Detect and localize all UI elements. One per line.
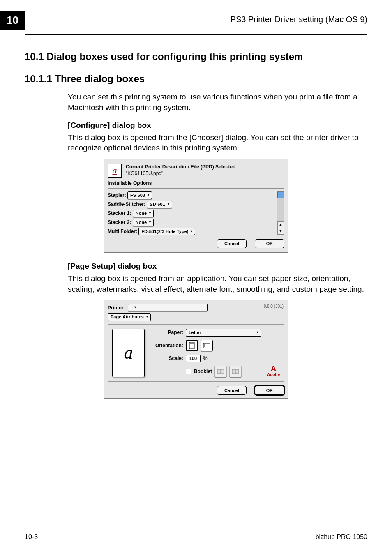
orientation-label: Orientation:: [150, 342, 183, 349]
booklet-layout2-button[interactable]: [229, 366, 242, 377]
header-right: PS3 Printer Driver setting (Mac OS 9): [231, 14, 367, 25]
divider: [108, 188, 284, 189]
chevron-updown-icon: ▾: [149, 211, 151, 216]
stapler-select[interactable]: FS-503 ▾: [127, 191, 152, 199]
saddle-select[interactable]: SD-501 ▾: [147, 201, 172, 208]
stacker2-select[interactable]: None ▾: [133, 219, 154, 226]
section-value: Page Attributes: [111, 314, 144, 320]
ppd-filename: "KO61105U.ppd": [126, 170, 237, 177]
chevron-updown-icon: ▾: [149, 220, 151, 225]
configure-dialog: a Current Printer Description File (PPD)…: [104, 159, 288, 253]
section-10-1-1-heading: 10.1.1 Three dialog boxes: [25, 72, 367, 85]
chevron-updown-icon: ▾: [168, 202, 169, 207]
chevron-updown-icon: ▾: [257, 330, 258, 335]
stacker2-label: Stacker 2:: [108, 219, 131, 225]
ppd-selected-label: Current Printer Description File (PPD) S…: [126, 164, 237, 170]
svg-rect-1: [190, 343, 194, 344]
pagesetup-paragraph: This dialog box is opened from an applic…: [68, 273, 367, 294]
orientation-portrait-button[interactable]: [186, 340, 198, 351]
booklet-checkbox[interactable]: [186, 369, 191, 374]
portrait-icon: [189, 342, 195, 349]
saddle-label: Saddle-Stitcher:: [108, 201, 145, 207]
cancel-button[interactable]: Cancel: [217, 386, 247, 395]
adobe-logo-icon: A: [267, 366, 280, 371]
scale-unit: %: [203, 355, 208, 362]
paper-value: Letter: [189, 330, 201, 336]
section-10-1-heading: 10.1 Dialog boxes used for configuring t…: [25, 50, 367, 63]
ok-button[interactable]: OK: [255, 239, 284, 248]
printer-label: Printer:: [108, 304, 125, 311]
chevron-updown-icon: ▾: [146, 315, 148, 319]
booklet-layout1-button[interactable]: [214, 366, 227, 377]
adobe-logo: A Adobe: [267, 366, 280, 377]
stacker1-value: None: [136, 210, 147, 217]
printer-select[interactable]: ▾: [128, 304, 208, 311]
multifolder-value: FD-501(2/3 Hole Type): [141, 228, 188, 235]
page-setup-dialog: 8.8.0 (301) Printer: ▾ Page Attributes ▾…: [104, 300, 288, 399]
product-name: bizhub PRO 1050: [316, 533, 367, 542]
saddle-value: SD-501: [150, 201, 165, 208]
preview-glyph: a: [124, 341, 133, 365]
booklet-icon: [217, 369, 224, 374]
chevron-updown-icon: ▾: [134, 305, 136, 310]
chevron-updown-icon: ▾: [191, 229, 192, 234]
booklet-label: Booklet: [194, 368, 212, 375]
stacker2-value: None: [136, 219, 147, 226]
svg-rect-3: [204, 344, 205, 347]
multifolder-select[interactable]: FD-501(2/3 Hole Type) ▾: [138, 228, 195, 235]
chevron-updown-icon: ▾: [148, 193, 149, 198]
scroll-up-arrow-icon[interactable]: ▲: [277, 221, 284, 228]
configure-subhead: [Configure] dialog box: [68, 120, 367, 131]
cancel-button[interactable]: Cancel: [217, 239, 247, 248]
intro-paragraph: You can set this printing system to use …: [68, 92, 367, 113]
stacker1-select[interactable]: None ▾: [133, 210, 154, 217]
page-number: 10-3: [25, 533, 38, 542]
page-preview: a: [112, 329, 145, 377]
chapter-badge: 10: [0, 11, 25, 30]
scroll-down-arrow-icon[interactable]: ▼: [277, 228, 284, 235]
pagesetup-subhead: [Page Setup] dialog box: [68, 261, 367, 272]
booklet-icon: [232, 369, 239, 374]
adobe-text: Adobe: [267, 372, 280, 378]
paper-label: Paper:: [150, 329, 183, 336]
ppd-icon: a: [108, 164, 122, 178]
orientation-landscape-button[interactable]: [201, 340, 213, 351]
stacker1-label: Stacker 1:: [108, 210, 131, 216]
landscape-icon: [203, 343, 210, 348]
scale-label: Scale:: [150, 355, 183, 362]
installable-options-label: Installable Options: [108, 180, 284, 187]
printer-value: [131, 304, 132, 311]
configure-paragraph: This dialog box is opened from the [Choo…: [68, 132, 367, 153]
section-select[interactable]: Page Attributes ▾: [108, 313, 151, 321]
paper-select[interactable]: Letter ▾: [186, 329, 261, 337]
ppd-icon-glyph: a: [113, 164, 117, 177]
scrollbar[interactable]: ▲ ▼: [277, 191, 284, 235]
stapler-value: FS-503: [130, 192, 145, 198]
scroll-thumb[interactable]: [277, 192, 284, 198]
multifolder-label: Multi Folder:: [108, 228, 137, 234]
driver-version: 8.8.0 (301): [264, 304, 284, 309]
scale-input[interactable]: 100: [186, 355, 201, 362]
ok-button[interactable]: OK: [255, 386, 284, 395]
stapler-label: Stapler:: [108, 192, 126, 198]
